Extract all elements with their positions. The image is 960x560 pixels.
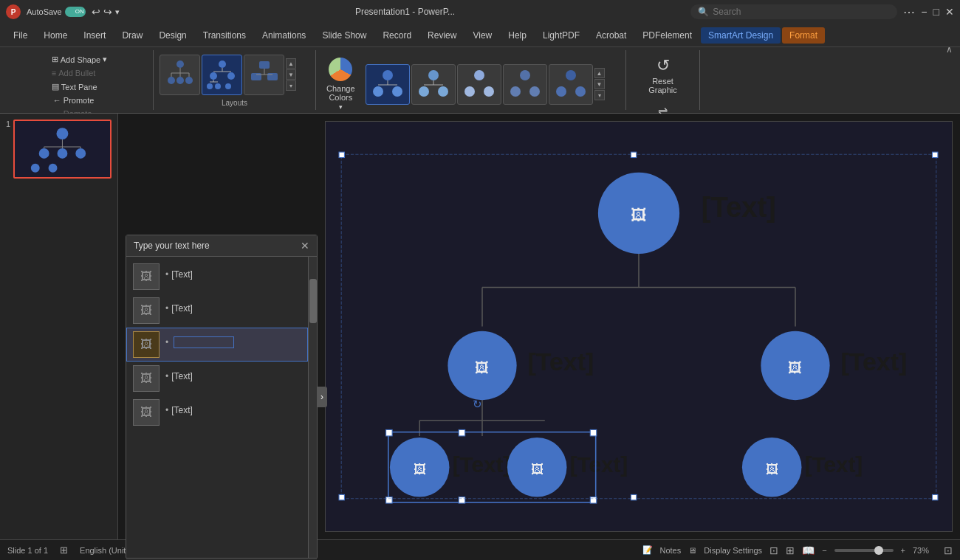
- image-icon: 🖼: [140, 304, 152, 317]
- menu-record[interactable]: Record: [375, 27, 419, 44]
- image-icon: 🖼: [140, 372, 152, 385]
- text-pane-close-button[interactable]: ✕: [301, 240, 309, 252]
- menu-pdfelement[interactable]: PDFelement: [635, 27, 699, 44]
- smartart-styles-list: ▲ ▼ ▾: [366, 64, 605, 105]
- undo-button[interactable]: ↩: [92, 6, 100, 18]
- menu-home[interactable]: Home: [36, 27, 75, 44]
- window-title: Presentation1 - PowerP...: [126, 7, 685, 17]
- svg-rect-91: [933, 152, 938, 157]
- text-input[interactable]: [174, 337, 233, 348]
- svg-text:[Text]: [Text]: [527, 348, 594, 376]
- svg-text:[Text]: [Text]: [453, 452, 511, 477]
- slide-canvas[interactable]: 🖼 [Text] 🖼 ↻ [Text] 🖼 [Text] 🖼: [325, 121, 953, 532]
- slide-info: Slide 1 of 1: [7, 546, 48, 555]
- style-thumb-2[interactable]: [411, 64, 456, 105]
- menu-animations[interactable]: Animations: [255, 27, 313, 44]
- style-thumb-5[interactable]: [549, 64, 593, 105]
- image-icon: 🖼: [140, 270, 152, 283]
- styles-scroll: ▲ ▼ ▾: [594, 68, 605, 100]
- add-bullet-button[interactable]: ≡ Add Bullet: [47, 67, 112, 79]
- style-thumb-3[interactable]: [457, 64, 501, 105]
- svg-point-46: [75, 148, 86, 159]
- zoom-thumb[interactable]: [874, 546, 883, 555]
- layout-scroll-up[interactable]: ▲: [286, 58, 296, 69]
- minimize-button[interactable]: −: [921, 6, 927, 18]
- menu-view[interactable]: View: [465, 27, 499, 44]
- color-wheel-icon: [329, 58, 352, 81]
- text-pane-button[interactable]: ▤ Text Pane: [47, 80, 112, 93]
- layout-scroll-expand[interactable]: ▾: [286, 80, 296, 91]
- svg-rect-83: [459, 429, 464, 435]
- display-settings-button[interactable]: Display Settings: [704, 546, 762, 555]
- zoom-level[interactable]: 73%: [913, 546, 936, 555]
- style-thumb-4[interactable]: [503, 64, 547, 105]
- ribbon-expand[interactable]: ∧: [946, 44, 953, 55]
- text-pane-scrollbar[interactable]: [308, 257, 317, 558]
- close-button[interactable]: ✕: [945, 6, 954, 18]
- layout-thumb-3[interactable]: [244, 55, 284, 95]
- scrollbar-thumb[interactable]: [309, 279, 317, 323]
- svg-text:🖼: 🖼: [531, 463, 544, 477]
- zoom-out-button[interactable]: −: [822, 546, 826, 555]
- maximize-button[interactable]: □: [933, 6, 939, 18]
- style-thumb-1[interactable]: [366, 64, 410, 105]
- slide-panel: 1: [0, 114, 118, 539]
- change-colors-button[interactable]: ChangeColors ▾: [322, 53, 360, 115]
- layout-scroll: ▲ ▼ ▾: [286, 58, 296, 91]
- svg-point-42: [575, 86, 586, 97]
- svg-point-11: [227, 72, 235, 80]
- svg-point-48: [49, 164, 58, 173]
- layout-thumb-2[interactable]: [202, 55, 242, 95]
- menu-draw[interactable]: Draw: [114, 27, 150, 44]
- smartart-styles-group: ChangeColors ▾: [316, 50, 626, 110]
- styles-scroll-down[interactable]: ▼: [594, 79, 605, 89]
- customize-button[interactable]: ▾: [115, 7, 120, 17]
- layout-thumb-1[interactable]: [160, 55, 200, 95]
- reset-icon: ↺: [656, 56, 670, 75]
- normal-view-icon[interactable]: ⊡: [769, 545, 778, 556]
- slide-thumbnail[interactable]: [13, 120, 112, 179]
- reading-view-icon[interactable]: 📖: [802, 545, 815, 556]
- ribbon: ⊞ Add Shape ▾ ≡ Add Bullet ▤ Text Pane ←…: [0, 47, 960, 114]
- redo-button[interactable]: ↪: [103, 6, 112, 18]
- svg-point-2: [176, 77, 184, 84]
- autosave-area: AutoSave: [27, 7, 86, 17]
- svg-text:🖼: 🖼: [789, 360, 803, 376]
- menu-smartart-design[interactable]: SmartArt Design: [701, 27, 781, 44]
- menu-transitions[interactable]: Transitions: [196, 27, 253, 44]
- styles-scroll-expand[interactable]: ▾: [594, 90, 605, 100]
- search-icon: 🔍: [698, 7, 709, 17]
- menu-file[interactable]: File: [6, 27, 35, 44]
- svg-point-12: [207, 83, 213, 89]
- autosave-toggle[interactable]: [65, 7, 86, 17]
- search-input[interactable]: [713, 7, 875, 17]
- styles-scroll-up[interactable]: ▲: [594, 68, 605, 78]
- zoom-slider[interactable]: [834, 549, 894, 552]
- share-button[interactable]: ⋯: [903, 5, 915, 19]
- zoom-in-button[interactable]: +: [901, 546, 905, 555]
- menu-slideshow[interactable]: Slide Show: [315, 27, 374, 44]
- notes-button[interactable]: Notes: [660, 546, 682, 555]
- layout-scroll-down[interactable]: ▼: [286, 69, 296, 80]
- layouts-group: ▲ ▼ ▾ Layouts: [154, 50, 316, 110]
- menu-design[interactable]: Design: [151, 27, 193, 44]
- menu-help[interactable]: Help: [501, 27, 534, 44]
- menu-acrobat[interactable]: Acrobat: [589, 27, 634, 44]
- svg-text:[Text]: [Text]: [570, 452, 628, 477]
- add-shape-button[interactable]: ⊞ Add Shape ▾: [47, 53, 112, 66]
- item-text: •[Text]: [165, 365, 193, 381]
- slide-sorter-icon[interactable]: ⊞: [786, 545, 795, 556]
- fit-slide-button[interactable]: ⊡: [944, 545, 953, 556]
- text-pane-header: Type your text here ✕: [126, 235, 317, 257]
- menu-lightpdf[interactable]: LightPDF: [535, 27, 587, 44]
- menu-format[interactable]: Format: [782, 27, 825, 44]
- main-area: 1 Type you: [0, 114, 960, 539]
- menu-review[interactable]: Review: [420, 27, 464, 44]
- item-image-placeholder: 🖼: [133, 263, 160, 290]
- promote-button[interactable]: ← Promote: [49, 94, 110, 106]
- svg-point-25: [373, 86, 383, 97]
- text-pane-title: Type your text here: [134, 241, 210, 251]
- menu-insert[interactable]: Insert: [76, 27, 113, 44]
- reset-graphic-button[interactable]: ↺ ResetGraphic: [645, 53, 680, 97]
- text-pane-collapse-arrow[interactable]: ›: [317, 387, 327, 407]
